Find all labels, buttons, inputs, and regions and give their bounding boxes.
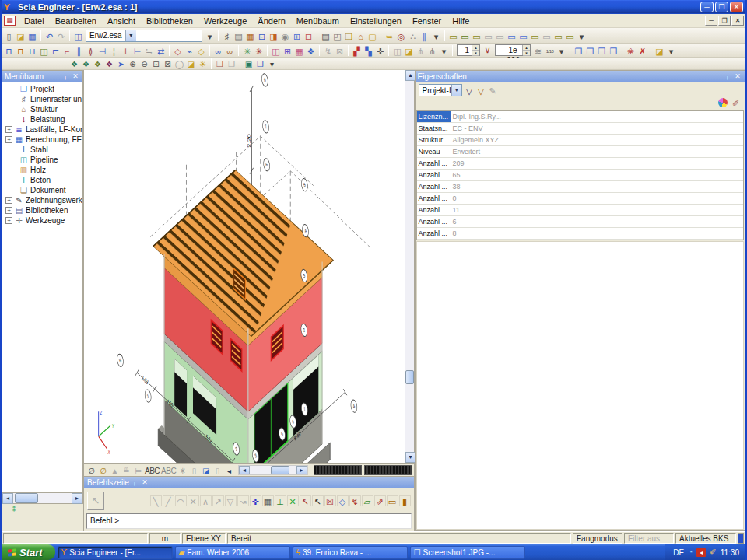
toolbar-icon[interactable]: ⌂	[355, 30, 366, 41]
toolbar-icon[interactable]: ↯	[322, 45, 334, 56]
property-row[interactable]: Anzahl ...0	[417, 193, 744, 205]
filter-icon[interactable]: ▽	[464, 85, 475, 96]
snap-icon[interactable]: ◇	[337, 495, 349, 506]
document-icon[interactable]: ▦	[4, 16, 16, 26]
canvasbar-icon[interactable]: ✳	[177, 465, 188, 475]
taskbar-task[interactable]: ❒Screenshot1.JPG -...	[410, 546, 525, 559]
toolbar-icon[interactable]: ❀	[625, 45, 637, 56]
sidebar-item-lastf-lle-lf-komb[interactable]: +≣Lastfälle, LF-Komb	[4, 124, 82, 135]
canvas-hscrollbar[interactable]: ◂ ▸	[238, 465, 307, 475]
toolbar-icon[interactable]: ❖	[80, 59, 92, 68]
toolbar-icon[interactable]: ▭	[459, 30, 471, 41]
status-filter[interactable]: Filter aus	[624, 533, 674, 544]
toolbar-icon[interactable]: ⊞	[282, 45, 293, 56]
expand-icon[interactable]: +	[5, 197, 12, 204]
close-icon[interactable]: ✕	[733, 72, 742, 81]
zoom-window-icon[interactable]: ⊡	[150, 59, 162, 68]
property-row[interactable]: Anzahl ...11	[417, 205, 744, 216]
toolbar-icon[interactable]: ❒	[608, 45, 619, 56]
toolbar-icon[interactable]: ⊏	[50, 45, 61, 56]
toolbar-icon[interactable]: ▚	[363, 45, 374, 56]
scroll-right-icon[interactable]: ▸	[296, 466, 307, 474]
snap-icon[interactable]: ▱	[362, 495, 374, 506]
tray-clock[interactable]: 11:30	[721, 548, 739, 557]
property-value[interactable]: 65	[451, 170, 744, 180]
toolbar-icon[interactable]: ❖	[305, 45, 317, 56]
toolbar-icon[interactable]: ❖	[103, 59, 115, 68]
menu-ändern[interactable]: Ändern	[252, 15, 290, 27]
project-combo[interactable]: Erw2.esa▾	[86, 30, 202, 42]
snap-icon[interactable]: ↝	[237, 495, 249, 506]
chevron-down-icon[interactable]: ▾	[451, 85, 461, 96]
sidebar-item-pipeline[interactable]: ◫Pipeline	[4, 155, 82, 165]
toolbar-icon[interactable]: ∴	[407, 30, 419, 41]
select-cursor-button[interactable]: ↖	[87, 492, 104, 510]
docked-panel-tab[interactable]: ⁑	[5, 504, 23, 516]
pin-icon[interactable]: ¡	[723, 72, 732, 81]
snap-icon[interactable]: ╲	[150, 495, 162, 506]
scroll-right-icon[interactable]: ▸	[72, 493, 82, 504]
toolbar-icon[interactable]: ⊡	[256, 30, 268, 41]
toolbar-icon[interactable]: ◪	[185, 59, 197, 68]
number-spinner[interactable]: 1▴▾	[457, 44, 480, 56]
snap-icon[interactable]: ⇗	[374, 495, 386, 506]
toolbar-icon[interactable]: ❐	[584, 45, 596, 56]
property-row[interactable]: Lizenzn...Dipl.-Ing.S.Ry...	[417, 111, 744, 123]
toolbar-icon[interactable]: ▭	[564, 30, 576, 41]
model-viewport[interactable]: 2.20 90	[84, 70, 405, 463]
toolbar-icon[interactable]: ▾	[576, 30, 587, 41]
toolbar-icon[interactable]: ✳	[253, 45, 265, 56]
property-value[interactable]: EC - ENV	[451, 123, 744, 134]
property-value[interactable]: Erweitert	[451, 146, 744, 157]
menu-datei[interactable]: Datei	[19, 15, 50, 27]
chevron-down-icon[interactable]: ▾	[125, 30, 136, 41]
sidebar-item-belastung[interactable]: ↧Belastung	[4, 114, 82, 124]
toolbar-icon[interactable]: ▭	[482, 30, 494, 41]
sidebar-item-projekt[interactable]: ❐Projekt	[4, 84, 82, 94]
canvasbar-icon[interactable]: ⊨	[132, 465, 144, 475]
toolbar-icon[interactable]: ❐	[226, 59, 237, 68]
sidebar-item-werkzeuge[interactable]: +✛Werkzeuge	[4, 215, 82, 226]
pin-icon[interactable]: ¡	[61, 72, 70, 81]
property-row[interactable]: Staatsn...EC - ENV	[417, 123, 744, 135]
zoom-in-icon[interactable]: ⊕	[127, 59, 139, 68]
canvasbar-icon[interactable]: ∅	[97, 465, 109, 475]
toolbar-icon[interactable]: ▤	[233, 30, 244, 41]
snap-icon[interactable]: ✜	[250, 495, 261, 506]
menu-einstellungen[interactable]: Einstellungen	[345, 15, 407, 27]
sidebar-item-linienraster-und-g[interactable]: ♯Linienraster und G	[4, 94, 82, 104]
close-button[interactable]: ✕	[730, 2, 743, 12]
toolbar-icon[interactable]: ▣	[243, 59, 254, 68]
command-input[interactable]: Befehl >	[86, 513, 412, 529]
mdi-restore-button[interactable]: ❐	[718, 16, 731, 26]
status-unit[interactable]: m	[149, 533, 181, 544]
snap-icon[interactable]: ↯	[349, 495, 361, 506]
snap-icon[interactable]: ▭	[387, 495, 398, 506]
snap-icon[interactable]: ☒	[324, 495, 336, 506]
expand-icon[interactable]: +	[5, 217, 12, 224]
canvasbar-icon[interactable]: ≞	[121, 465, 132, 475]
toolbar-icon[interactable]: ◎	[395, 30, 407, 41]
sidebar-item-berechnung-fe-n[interactable]: +▦Berechnung, FE-N	[4, 135, 82, 145]
toolbar-icon[interactable]: ⊟	[303, 30, 314, 41]
expand-icon[interactable]: +	[5, 207, 12, 214]
snap-icon[interactable]: ↖	[300, 495, 311, 506]
menu-bibliotheken[interactable]: Bibliotheken	[141, 15, 198, 27]
property-value[interactable]: 0	[451, 193, 744, 204]
sidebar-item-holz[interactable]: ▥Holz	[4, 165, 82, 175]
menu-fenster[interactable]: Fenster	[407, 15, 447, 27]
toolbar-icon[interactable]: ♯	[221, 30, 233, 41]
toolbar-icon[interactable]: ▭	[529, 30, 541, 41]
toolbar-icon[interactable]: ▾	[430, 30, 442, 41]
open-icon[interactable]: ◪	[15, 30, 26, 41]
toolbar-icon[interactable]: ≬	[85, 45, 96, 56]
property-row[interactable]: Anzahl ...209	[417, 158, 744, 170]
toolbar-icon[interactable]: ❐	[573, 45, 584, 56]
toolbar-icon[interactable]: ⊞	[291, 30, 303, 41]
property-value[interactable]: 209	[451, 158, 744, 169]
toolbar-icon[interactable]: ⊓	[15, 45, 26, 56]
scroll-left-icon[interactable]: ◂	[2, 493, 13, 504]
property-row[interactable]: Anzahl ...38	[417, 181, 744, 193]
toolbar-icon[interactable]: ∥	[419, 30, 430, 41]
toolbar-icon[interactable]: ▾	[266, 59, 278, 68]
